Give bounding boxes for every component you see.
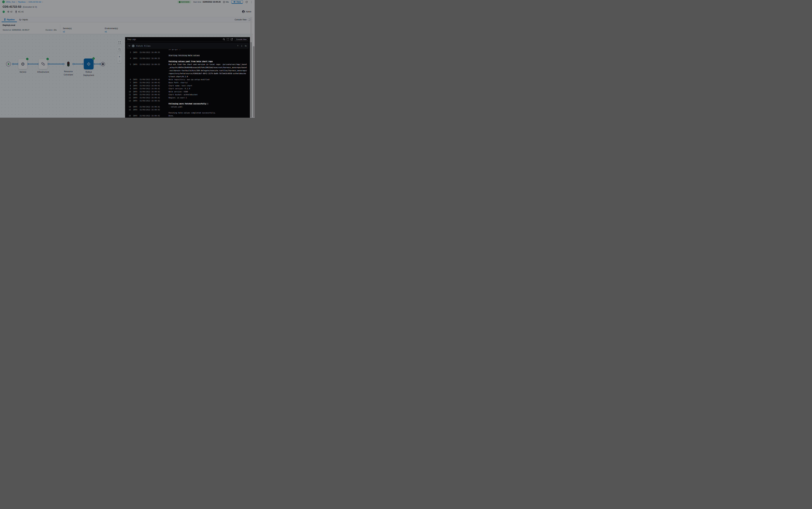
log-row: 5INFO15/09/2022 16:09:35Did not find the… — [126, 63, 250, 78]
step-row-actions: ↑ ↓ 9s — [237, 45, 247, 47]
step-logs-title: Step Logs — [127, 38, 136, 40]
content-scrollbar[interactable] — [250, 17, 252, 118]
log-row: 7INFO15/09/2022 16:09:42Base Path: chart… — [126, 81, 250, 84]
chevron-down-icon[interactable] — [128, 45, 130, 46]
pipeline-execution-page: CFDs_Test › Pipelines › CDS-41722-S3 › ✓… — [0, 0, 255, 118]
clipped-log-line: in go-git ) — [126, 49, 250, 51]
open-in-new-icon[interactable] — [231, 38, 233, 40]
log-row: 13INFO15/09/2022 16:09:42 Following were… — [126, 99, 250, 105]
scroll-top-icon[interactable]: ↑ — [237, 45, 238, 47]
step-status-icon: ✓ — [132, 44, 135, 47]
log-row: 3INFO15/09/2022 16:09:35 Starting fetchi… — [126, 51, 250, 57]
scroll-bottom-icon[interactable]: ↓ — [241, 45, 243, 47]
step-row-fetch-files[interactable]: ✓ Fetch Files ↑ ↓ 9s — [126, 43, 249, 49]
step-logs-actions: Console View — [223, 38, 248, 41]
log-row: 8INFO15/09/2022 16:09:42Chart name: test… — [126, 84, 250, 88]
log-row: 14INFO15/09/2022 16:09:42- values.yaml — [126, 105, 250, 108]
log-row: 16INFO15/09/2022 16:09:42Done. — [126, 114, 250, 117]
expand-icon[interactable] — [227, 38, 229, 40]
log-row: 4INFO15/09/2022 16:09:35 Fetching values… — [126, 57, 250, 63]
log-body[interactable]: in go-git ) 3INFO15/09/2022 16:09:35 Sta… — [125, 49, 250, 117]
log-row: 10INFO15/09/2022 16:09:42Helm version: V… — [126, 90, 250, 94]
log-row: 12INFO15/09/2022 16:09:42Region: us-east… — [126, 96, 250, 99]
log-lines: 3INFO15/09/2022 16:09:35 Starting fetchi… — [126, 51, 250, 117]
window-scrollbar-thumb[interactable] — [253, 46, 255, 117]
log-row: 15INFO15/09/2022 16:09:42 Fetching helm … — [126, 108, 250, 114]
content-scrollbar-thumb[interactable] — [250, 42, 252, 117]
log-row: 6INFO15/09/2022 16:09:42Helm repository:… — [126, 78, 250, 81]
log-row: 9INFO15/09/2022 16:09:42Chart version: 0… — [126, 87, 250, 90]
step-logs-drawer: Step Logs Console View ✓ Fetch Files ↑ ↓… — [125, 37, 250, 118]
console-view-button[interactable]: Console View — [235, 38, 248, 41]
step-logs-header: Step Logs Console View — [125, 37, 250, 41]
search-icon[interactable] — [223, 38, 225, 40]
step-name: Fetch Files — [136, 45, 151, 47]
log-row: 11INFO15/09/2022 16:09:42Chart bucket: a… — [126, 93, 250, 96]
step-duration: 9s — [245, 45, 247, 47]
window-scrollbar[interactable] — [253, 0, 255, 118]
